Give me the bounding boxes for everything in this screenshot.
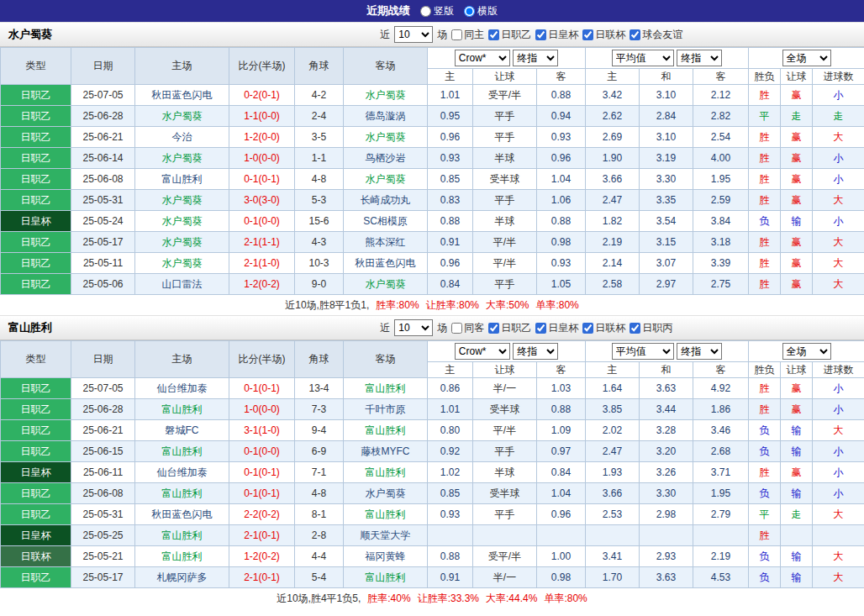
league-filter-checkbox-label[interactable]: 日皇杯: [535, 321, 578, 335]
away-team-link[interactable]: SC相模原: [344, 211, 428, 232]
match-date: 25-06-28: [71, 106, 135, 127]
away-team-link[interactable]: 水户蜀葵: [344, 85, 428, 106]
home-team-link[interactable]: 札幌冈萨多: [135, 567, 229, 588]
home-team-link[interactable]: 富山胜利: [135, 546, 229, 567]
home-team-link[interactable]: 磐城FC: [135, 420, 229, 441]
away-team-link[interactable]: 长崎成功丸: [344, 190, 428, 211]
odds-home: 0.96: [428, 253, 473, 274]
away-team-link[interactable]: 秋田蓝色闪电: [344, 253, 428, 274]
home-team-link[interactable]: 富山胜利: [135, 525, 229, 546]
league-filter-checkbox-label[interactable]: 球会友谊: [630, 28, 682, 42]
vertical-layout-radio[interactable]: [420, 6, 431, 17]
same-venue-checkbox[interactable]: [451, 29, 462, 40]
away-team-link[interactable]: 水户蜀葵: [344, 483, 428, 504]
league-filter-checkbox[interactable]: [488, 29, 499, 40]
match-date: 25-06-21: [71, 127, 135, 148]
home-team-link[interactable]: 富山胜利: [135, 399, 229, 420]
league-filter-checkbox[interactable]: [582, 323, 593, 334]
league-filter-checkbox-label[interactable]: 日职乙: [488, 28, 531, 42]
away-team-link[interactable]: 德岛漩涡: [344, 106, 428, 127]
avg-odds-draw: 3.44: [640, 399, 693, 420]
odds-company-select[interactable]: Crow*: [455, 343, 510, 360]
corner-score: 1-1: [295, 148, 344, 169]
goals-result-cell: 大: [813, 546, 864, 567]
away-team-link[interactable]: 鸟栖沙岩: [344, 148, 428, 169]
home-team-link[interactable]: 今治: [135, 127, 229, 148]
home-team-link[interactable]: 水户蜀葵: [135, 211, 229, 232]
away-team-link[interactable]: 熊本深红: [344, 232, 428, 253]
odds-away: 0.98: [537, 567, 586, 588]
score: 1-0(0-0): [229, 399, 295, 420]
score: 1-1(0-0): [229, 106, 295, 127]
home-team-link[interactable]: 水户蜀葵: [135, 232, 229, 253]
home-team-link[interactable]: 秋田蓝色闪电: [135, 504, 229, 525]
avg-odds-home: 3.41: [586, 546, 640, 567]
handicap-line: 半球: [473, 148, 537, 169]
away-team-link[interactable]: 富山胜利: [344, 567, 428, 588]
away-team-link[interactable]: 水户蜀葵: [344, 169, 428, 190]
match-count-select[interactable]: 10: [394, 26, 433, 43]
league-filter-checkbox[interactable]: [488, 323, 499, 334]
away-team-link[interactable]: 富山胜利: [344, 420, 428, 441]
away-team-link[interactable]: 富山胜利: [344, 504, 428, 525]
result-cell: 负: [749, 567, 781, 588]
away-team-link[interactable]: 水户蜀葵: [344, 127, 428, 148]
league-filter-checkbox-label[interactable]: 日联杯: [582, 321, 625, 335]
home-team-link[interactable]: 山口雷法: [135, 274, 229, 295]
team-section: 水户蜀葵 近 10 场 同主 日职乙 日皇杯 日联杯 球会友谊 类型 日期 主场…: [0, 22, 864, 315]
horizontal-layout-radio[interactable]: [464, 6, 475, 17]
league-filter-checkbox[interactable]: [582, 29, 593, 40]
horizontal-layout-radio-label[interactable]: 横版: [464, 4, 498, 18]
league-filter-checkbox[interactable]: [630, 29, 640, 40]
column-header-avg-draw: 和: [640, 362, 693, 378]
home-team-link[interactable]: 富山胜利: [135, 169, 229, 190]
odds-stage-select[interactable]: 终指: [513, 343, 558, 360]
away-team-link[interactable]: 水户蜀葵: [344, 274, 428, 295]
goals-result-cell: 小: [813, 148, 864, 169]
home-team-link[interactable]: 秋田蓝色闪电: [135, 85, 229, 106]
league-badge: 日职乙: [1, 420, 71, 441]
average-select[interactable]: 平均值: [612, 50, 674, 66]
period-select[interactable]: 全场: [782, 50, 831, 66]
league-filter-checkbox[interactable]: [535, 323, 546, 334]
score: 0-2(0-1): [229, 85, 295, 106]
home-team-link[interactable]: 水户蜀葵: [135, 190, 229, 211]
odds-home: 1.02: [428, 462, 473, 483]
away-team-link[interactable]: 藤枝MYFC: [344, 441, 428, 462]
same-venue-checkbox-label[interactable]: 同主: [451, 28, 484, 42]
away-team-link[interactable]: 富山胜利: [344, 378, 428, 399]
league-filter-checkbox-label[interactable]: 日职乙: [488, 321, 531, 335]
odds-company-select[interactable]: Crow*: [455, 50, 510, 66]
home-team-link[interactable]: 仙台维加泰: [135, 378, 229, 399]
vertical-layout-radio-label[interactable]: 竖版: [420, 4, 454, 18]
avg-odds-away: 4.00: [693, 148, 749, 169]
league-filter-checkbox[interactable]: [630, 323, 640, 334]
avg-odds-draw: 3.35: [640, 190, 693, 211]
match-count-select[interactable]: 10: [394, 319, 433, 336]
same-venue-checkbox-label[interactable]: 同客: [451, 321, 484, 335]
home-team-link[interactable]: 水户蜀葵: [135, 106, 229, 127]
period-select[interactable]: 全场: [782, 343, 831, 360]
match-row: 日联杯 25-05-21 富山胜利 1-2(0-2) 4-4 福冈黄蜂 0.88…: [1, 546, 864, 567]
home-team-link[interactable]: 仙台维加泰: [135, 462, 229, 483]
away-team-link[interactable]: 福冈黄蜂: [344, 546, 428, 567]
odds-stage-select[interactable]: 终指: [513, 50, 558, 66]
league-filter-checkbox[interactable]: [535, 29, 546, 40]
average-select[interactable]: 平均值: [612, 343, 674, 360]
away-team-link[interactable]: 千叶市原: [344, 399, 428, 420]
away-team-link[interactable]: 顺天堂大学: [344, 525, 428, 546]
same-venue-checkbox[interactable]: [451, 323, 462, 334]
league-filter-checkbox-label[interactable]: 日皇杯: [535, 28, 578, 42]
match-row: 日职乙 25-06-08 富山胜利 0-1(0-1) 4-8 水户蜀葵 0.85…: [1, 483, 864, 504]
away-team-link[interactable]: 富山胜利: [344, 462, 428, 483]
league-filter-checkbox-label[interactable]: 日联杯: [582, 28, 625, 42]
home-team-link[interactable]: 水户蜀葵: [135, 148, 229, 169]
average-stage-select[interactable]: 终指: [677, 50, 722, 66]
home-team-link[interactable]: 富山胜利: [135, 483, 229, 504]
odds-away: 0.94: [537, 106, 586, 127]
avg-odds-draw: 3.19: [640, 148, 693, 169]
home-team-link[interactable]: 水户蜀葵: [135, 253, 229, 274]
average-stage-select[interactable]: 终指: [677, 343, 722, 360]
home-team-link[interactable]: 富山胜利: [135, 441, 229, 462]
league-filter-checkbox-label[interactable]: 日职丙: [630, 321, 672, 335]
